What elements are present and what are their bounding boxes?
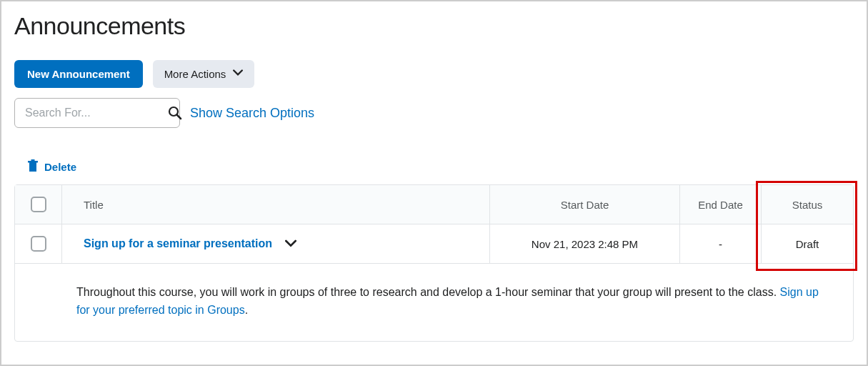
search-input[interactable] (25, 107, 168, 119)
announcement-description: Throughout this course, you will work in… (15, 264, 853, 341)
trash-icon (27, 159, 39, 174)
row-actions-dropdown[interactable] (285, 239, 296, 248)
search-row: Show Search Options (14, 98, 854, 128)
more-actions-label: More Actions (164, 68, 226, 80)
description-suffix: . (245, 304, 248, 316)
header-status: Status (762, 185, 853, 224)
show-search-options-link[interactable]: Show Search Options (190, 106, 314, 121)
row-end-date: - (680, 224, 762, 263)
search-box (14, 98, 180, 128)
toolbar: New Announcement More Actions (14, 60, 854, 88)
row-start-date: Nov 21, 2023 2:48 PM (490, 224, 680, 263)
table-row: Sign up for a seminar presentation Nov 2… (15, 224, 853, 264)
select-all-checkbox[interactable] (31, 197, 46, 212)
svg-rect-4 (31, 159, 35, 161)
row-checkbox[interactable] (31, 236, 46, 252)
header-title: Title (62, 185, 490, 224)
more-actions-button[interactable]: More Actions (153, 60, 255, 88)
row-checkbox-cell (15, 224, 62, 263)
table-header: Title Start Date End Date Status (15, 185, 853, 224)
svg-rect-2 (29, 162, 36, 172)
header-checkbox-cell (15, 185, 62, 224)
announcements-table: Title Start Date End Date Status Sign up… (14, 184, 854, 342)
announcement-title-link[interactable]: Sign up for a seminar presentation (84, 237, 272, 250)
search-icon[interactable] (168, 106, 182, 120)
row-status: Draft (762, 224, 853, 263)
delete-label: Delete (44, 161, 76, 173)
description-text: Throughout this course, you will work in… (76, 286, 780, 298)
delete-button[interactable]: Delete (27, 159, 854, 174)
page-title: Announcements (14, 12, 854, 40)
chevron-down-icon (233, 68, 243, 80)
header-start-date: Start Date (490, 185, 680, 224)
row-title-cell: Sign up for a seminar presentation (62, 224, 490, 263)
new-announcement-button[interactable]: New Announcement (14, 60, 143, 88)
header-end-date: End Date (680, 185, 762, 224)
svg-rect-3 (28, 161, 38, 163)
svg-line-1 (177, 115, 181, 119)
